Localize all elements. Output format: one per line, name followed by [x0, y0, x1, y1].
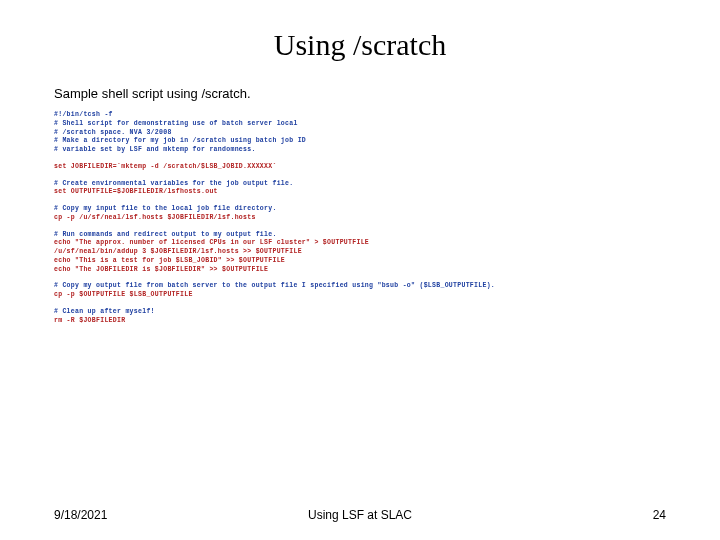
code-line: # Make a directory for my job in /scratc…: [54, 137, 666, 146]
code-line: # /scratch space. NVA 3/2008: [54, 129, 666, 138]
code-line: #!/bin/tcsh -f: [54, 111, 666, 120]
slide-title: Using /scratch: [54, 28, 666, 62]
code-line: set JOBFILEDIR=`mktemp -d /scratch/$LSB_…: [54, 163, 666, 172]
code-line: # variable set by LSF and mktemp for ran…: [54, 146, 666, 155]
slide: Using /scratch Sample shell script using…: [0, 0, 720, 540]
slide-subtitle: Sample shell script using /scratch.: [54, 86, 666, 101]
code-line: # Run commands and redirect output to my…: [54, 231, 666, 240]
code-line: # Copy my input file to the local job fi…: [54, 205, 666, 214]
gap: [54, 274, 666, 282]
code-block: #!/bin/tcsh -f # Shell script for demons…: [54, 111, 666, 326]
code-line: rm -R $JOBFILEDIR: [54, 317, 666, 326]
footer-title: Using LSF at SLAC: [54, 508, 666, 522]
gap: [54, 172, 666, 180]
code-line: cp -p /u/sf/neal/lsf.hosts $JOBFILEDIR/l…: [54, 214, 666, 223]
gap: [54, 155, 666, 163]
footer: 9/18/2021 Using LSF at SLAC 24: [54, 508, 666, 522]
code-line: # Copy my output file from batch server …: [54, 282, 666, 291]
code-line: echo "The approx. number of licensed CPU…: [54, 239, 666, 248]
gap: [54, 223, 666, 231]
code-line: echo "This is a test for job $LSB_JOBID"…: [54, 257, 666, 266]
footer-date: 9/18/2021: [54, 508, 107, 522]
code-line: # Clean up after myself!: [54, 308, 666, 317]
footer-page: 24: [653, 508, 666, 522]
gap: [54, 197, 666, 205]
code-line: cp -p $OUTPUTFILE $LSB_OUTPUTFILE: [54, 291, 666, 300]
code-line: /u/sf/neal/bin/addup 3 $JOBFILEDIR/lsf.h…: [54, 248, 666, 257]
code-line: echo "The JOBFILEDIR is $JOBFILEDIR" >> …: [54, 266, 666, 275]
code-line: set OUTPUTFILE=$JOBFILEDIR/lsfhosts.out: [54, 188, 666, 197]
gap: [54, 300, 666, 308]
code-line: # Shell script for demonstrating use of …: [54, 120, 666, 129]
code-line: # Create environmental variables for the…: [54, 180, 666, 189]
